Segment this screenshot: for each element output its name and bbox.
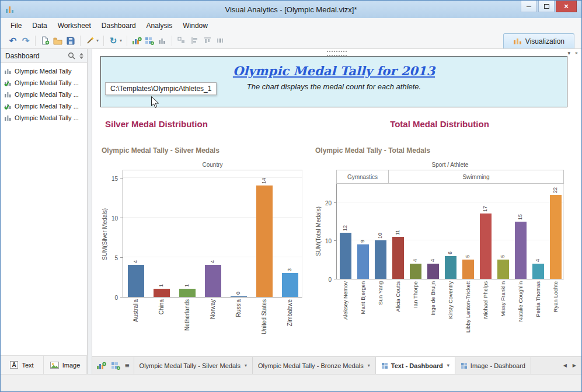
x-axis-label: Netherlands bbox=[184, 299, 190, 331]
bar-libby-lenton-trickett[interactable] bbox=[462, 260, 474, 279]
bar-sun-yang[interactable] bbox=[375, 240, 386, 279]
sidebar-item-1[interactable]: Olympic Medal Tally bbox=[1, 65, 87, 77]
x-axis-label: Natalie Coughlin bbox=[517, 281, 524, 322]
toolbar: Visualization ↶↷▾↻▾ bbox=[1, 33, 581, 49]
tab-2[interactable]: Olympic Medal Tally - Bronze Medals▾ bbox=[253, 357, 376, 374]
sidebar-item-3[interactable]: Olympic Medal Tally ... bbox=[1, 89, 87, 100]
arrange-icon[interactable] bbox=[175, 34, 188, 47]
visualization-label: Visualization bbox=[525, 37, 564, 46]
save-icon[interactable] bbox=[64, 34, 77, 47]
bar-value-label: 5 bbox=[465, 255, 471, 258]
bar-value-label: 1 bbox=[158, 284, 164, 287]
sort-toggle-icon[interactable] bbox=[79, 52, 84, 60]
bar-petria-thomas[interactable] bbox=[532, 264, 544, 279]
bar-kirsty-coventry[interactable] bbox=[445, 256, 456, 279]
top-axis-label: Country bbox=[123, 162, 302, 170]
y-tick-label: 10 bbox=[325, 238, 332, 244]
y-tick-label: 20 bbox=[325, 200, 332, 206]
menu-file[interactable]: File bbox=[5, 19, 27, 32]
x-axis-label: Libby Lenton-Trickett bbox=[465, 281, 471, 332]
toolbar-separator bbox=[103, 36, 104, 46]
bar-australia[interactable] bbox=[128, 265, 144, 297]
dropdown-caret-icon[interactable]: ▾ bbox=[120, 38, 122, 43]
tab-caret-icon[interactable]: ▾ bbox=[368, 363, 370, 368]
sidebar-header: Dashboard bbox=[1, 49, 87, 63]
format-wand-icon[interactable] bbox=[83, 34, 96, 47]
bar-value-label: 0 bbox=[235, 292, 241, 295]
bar-inge-de-bruijn[interactable] bbox=[427, 264, 439, 279]
bar-ryan-lochte[interactable] bbox=[550, 195, 562, 279]
dropdown-caret-icon[interactable]: ▾ bbox=[96, 38, 99, 43]
sidebar-item-5[interactable]: Olympic Medal Tally ... bbox=[1, 112, 87, 124]
bar-marit-bjergen[interactable] bbox=[357, 244, 369, 279]
menu-window[interactable]: Window bbox=[177, 19, 213, 32]
add-grid-icon[interactable] bbox=[143, 34, 156, 47]
add-text-button[interactable]: A Text bbox=[1, 356, 44, 374]
bar-value-label: 1 bbox=[184, 284, 190, 287]
search-icon[interactable] bbox=[68, 52, 75, 60]
x-axis-label: Inge de Bruijn bbox=[430, 281, 436, 316]
svg-text:A: A bbox=[12, 362, 16, 368]
close-button[interactable]: × bbox=[556, 1, 577, 12]
tab-4[interactable]: Image - Dashboard bbox=[455, 357, 531, 374]
menu-analysis[interactable]: Analysis bbox=[141, 19, 178, 32]
tab-caret-icon[interactable]: ▾ bbox=[245, 363, 247, 368]
add-chart-icon[interactable] bbox=[130, 34, 143, 47]
maximize-button[interactable] bbox=[538, 1, 555, 12]
sidebar-item-4[interactable]: Olympic Medal Tally ... bbox=[1, 100, 87, 112]
align-top-icon[interactable] bbox=[201, 34, 214, 47]
bar-aleksey-nemov[interactable] bbox=[340, 233, 351, 279]
bar-natalie-coughlin[interactable] bbox=[515, 222, 527, 279]
bar-missy-franklin[interactable] bbox=[497, 260, 509, 279]
x-axis-label: Zimbabwe bbox=[287, 299, 293, 326]
add-image-button[interactable]: Image bbox=[44, 356, 87, 374]
tab-scroll-right-icon[interactable]: ▶ bbox=[571, 360, 578, 370]
menu-data[interactable]: Data bbox=[27, 19, 52, 32]
bar-united-states[interactable] bbox=[256, 186, 273, 297]
bar-china[interactable] bbox=[154, 289, 170, 297]
add-dashboard-icon[interactable] bbox=[111, 362, 120, 370]
bar-value-label: 4 bbox=[210, 260, 215, 263]
tab-3[interactable]: Text - Dashboard▾ bbox=[376, 357, 455, 374]
tab-caret-icon[interactable]: ▾ bbox=[447, 363, 449, 368]
tab-scroll-left-icon[interactable]: ◀ bbox=[562, 360, 569, 370]
x-axis-label: Marit Bjergen bbox=[360, 281, 366, 314]
menu-dashboard[interactable]: Dashboard bbox=[96, 19, 141, 32]
x-axis-label: Ryan Lochte bbox=[552, 281, 559, 312]
bar-netherlands[interactable] bbox=[179, 289, 196, 297]
chart-type-icon[interactable] bbox=[156, 34, 169, 47]
dashboard-canvas: ▾ × Olympic Medal Tally for 2013 The cha… bbox=[92, 49, 581, 356]
list-icon[interactable]: ≡ bbox=[125, 361, 130, 370]
bar-norway[interactable] bbox=[205, 265, 221, 297]
tab-1[interactable]: Olympic Medal Tally - Silver Medals▾ bbox=[134, 357, 253, 374]
bar-michael-phelps[interactable] bbox=[480, 214, 492, 279]
sidebar-item-2[interactable]: Olympic Medal Tally ... bbox=[1, 77, 87, 89]
x-axis-label: Alicia Coutts bbox=[395, 281, 401, 312]
align-left-icon[interactable] bbox=[188, 34, 201, 47]
bar-value-label: 14 bbox=[261, 178, 267, 184]
title-bar[interactable]: Visual Analytics - [Olympic Medal.vizx]*… bbox=[1, 1, 581, 18]
add-worksheet-icon[interactable] bbox=[96, 362, 106, 370]
text-widget[interactable]: Olympic Medal Tally for 2013 The chart d… bbox=[100, 56, 567, 107]
bar-ian-thorpe[interactable] bbox=[410, 264, 421, 279]
visualization-tab[interactable]: Visualization bbox=[503, 33, 574, 48]
bar-alicia-coutts[interactable] bbox=[392, 237, 404, 279]
app-icon bbox=[5, 5, 15, 13]
refresh-icon[interactable]: ↻ bbox=[107, 34, 120, 47]
new-worksheet-icon[interactable] bbox=[39, 34, 51, 47]
menu-worksheet[interactable]: Worksheet bbox=[53, 19, 96, 32]
minimize-button[interactable]: ─ bbox=[521, 1, 537, 12]
distribute-icon[interactable] bbox=[214, 34, 226, 47]
chart-icon bbox=[4, 68, 12, 75]
bar-russia[interactable] bbox=[231, 296, 247, 297]
undo-icon[interactable]: ↶ bbox=[6, 34, 19, 47]
bar-zimbabwe[interactable] bbox=[282, 273, 298, 297]
export-icon[interactable] bbox=[51, 34, 64, 47]
sidebar-item-label: Olympic Medal Tally ... bbox=[15, 103, 79, 110]
group-label: Gymnastics bbox=[336, 170, 389, 183]
panel-close-icon[interactable]: × bbox=[573, 50, 580, 57]
silver-medal-section: Silver Medal Distribution Olympic Medal … bbox=[100, 119, 305, 344]
redo-icon[interactable]: ↷ bbox=[19, 34, 32, 47]
widget-grip-handle[interactable] bbox=[327, 51, 347, 56]
sidebar-splitter[interactable] bbox=[88, 49, 92, 374]
